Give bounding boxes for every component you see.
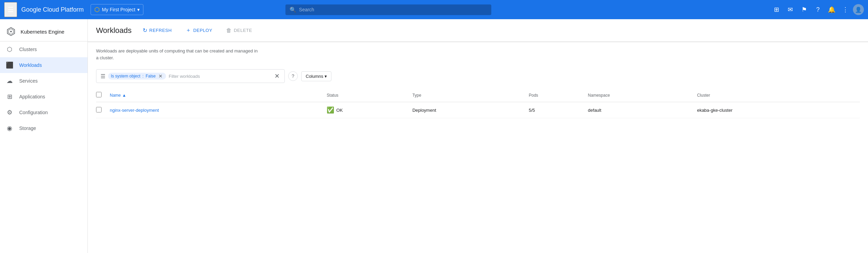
deploy-button[interactable]: ＋ DEPLOY xyxy=(183,25,215,36)
sidebar-item-clusters[interactable]: ⬡ Clusters xyxy=(0,41,87,57)
delete-label: DELETE xyxy=(234,28,252,33)
page-title: Workloads xyxy=(96,26,132,35)
select-all-header xyxy=(96,88,110,102)
chip-separator: : xyxy=(142,74,143,79)
kubernetes-engine-icon xyxy=(5,26,16,37)
namespace-column-header: Namespace xyxy=(588,88,697,102)
status-text: OK xyxy=(336,108,343,113)
filter-chip: Is system object : False ✕ xyxy=(108,73,166,80)
search-input[interactable] xyxy=(299,7,487,12)
sidebar-item-workloads[interactable]: ⬛ Workloads xyxy=(0,57,87,73)
columns-button[interactable]: Columns ▾ xyxy=(301,71,331,81)
sidebar-item-applications[interactable]: ⊞ Applications xyxy=(0,89,87,105)
row-namespace: default xyxy=(588,102,697,118)
services-icon: ☁ xyxy=(5,77,14,85)
page-header: Workloads ↻ REFRESH ＋ DEPLOY 🗑 DELETE xyxy=(88,19,868,42)
row-checkbox-cell xyxy=(96,102,110,118)
user-avatar[interactable]: 👤 xyxy=(853,4,864,15)
columns-label: Columns xyxy=(306,74,323,79)
configuration-icon: ⚙ xyxy=(5,109,14,116)
deploy-icon: ＋ xyxy=(186,27,191,34)
sidebar-title: Kubernetes Engine xyxy=(21,29,64,35)
row-pods: 5/5 xyxy=(529,102,588,118)
sidebar-item-configuration[interactable]: ⚙ Configuration xyxy=(0,105,87,120)
select-all-checkbox[interactable] xyxy=(96,92,102,97)
storage-icon: ◉ xyxy=(5,124,14,132)
project-name: My First Project xyxy=(102,7,135,12)
delete-icon: 🗑 xyxy=(226,27,232,34)
project-icon: ⬡ xyxy=(94,6,100,13)
chip-close-button[interactable]: ✕ xyxy=(158,73,163,79)
columns-dropdown-icon: ▾ xyxy=(325,74,327,79)
name-column-header: Name ▲ xyxy=(110,88,327,102)
clusters-icon: ⬡ xyxy=(5,46,14,53)
refresh-button[interactable]: ↻ REFRESH xyxy=(140,25,175,36)
sidebar-header: Kubernetes Engine xyxy=(0,22,87,41)
row-cluster: ekaba-gke-cluster xyxy=(697,102,860,118)
status-column-header: Status xyxy=(327,88,412,102)
sidebar-item-services[interactable]: ☁ Services xyxy=(0,73,87,89)
more-icon-btn[interactable]: ⋮ xyxy=(839,3,852,16)
pods-column-header: Pods xyxy=(529,88,588,102)
clear-filter-button[interactable]: ✕ xyxy=(274,72,280,81)
search-bar: 🔍 xyxy=(285,4,491,15)
alert-icon-btn[interactable]: ⚑ xyxy=(798,3,810,16)
svg-point-2 xyxy=(10,31,12,33)
app-layout: Kubernetes Engine ⬡ Clusters ⬛ Workloads… xyxy=(0,19,868,253)
refresh-icon: ↻ xyxy=(143,27,148,34)
sidebar-item-storage[interactable]: ◉ Storage xyxy=(0,120,87,136)
filter-icon: ☰ xyxy=(101,73,105,80)
hamburger-menu[interactable]: ☰ xyxy=(4,2,17,17)
filter-help-button[interactable]: ? xyxy=(288,71,298,81)
brand-name: Google Cloud Platform xyxy=(21,6,84,13)
deploy-label: DEPLOY xyxy=(193,28,212,33)
workloads-icon: ⬛ xyxy=(5,61,14,69)
bell-icon-btn[interactable]: 🔔 xyxy=(825,3,838,16)
workloads-table: Name ▲ Status Type Pods Namespace Cluste… xyxy=(96,88,860,118)
grid-icon-btn[interactable]: ⊞ xyxy=(771,3,783,16)
sidebar-item-label: Clusters xyxy=(19,47,37,52)
status-ok-icon: ✅ xyxy=(327,106,334,114)
cluster-column-header: Cluster xyxy=(697,88,860,102)
applications-icon: ⊞ xyxy=(5,93,14,100)
main-content: Workloads ↻ REFRESH ＋ DEPLOY 🗑 DELETE Wo… xyxy=(88,19,868,253)
workloads-table-container: Name ▲ Status Type Pods Namespace Cluste… xyxy=(88,88,868,118)
chip-label: Is system object xyxy=(111,74,140,79)
filter-input[interactable] xyxy=(169,74,271,79)
top-nav-icons: ⊞ ✉ ⚑ ? 🔔 ⋮ 👤 xyxy=(771,3,864,16)
help-icon-btn[interactable]: ? xyxy=(812,3,824,16)
filter-section: ☰ Is system object : False ✕ ✕ ? Columns… xyxy=(88,67,868,88)
page-description: Workloads are deployable units of comput… xyxy=(88,42,868,67)
sidebar-item-label: Applications xyxy=(19,94,45,99)
row-select-checkbox[interactable] xyxy=(96,107,102,112)
delete-button[interactable]: 🗑 DELETE xyxy=(223,25,255,36)
filter-bar: ☰ Is system object : False ✕ ✕ xyxy=(96,69,285,83)
project-selector[interactable]: ⬡ My First Project ▾ xyxy=(91,4,143,15)
help-icon: ? xyxy=(292,73,294,79)
search-icon: 🔍 xyxy=(290,7,296,13)
table-row: nginx-server-deployment ✅ OK Deployment … xyxy=(96,102,860,118)
row-status: ✅ OK xyxy=(327,102,412,118)
top-navigation: ☰ Google Cloud Platform ⬡ My First Proje… xyxy=(0,0,868,19)
sidebar-item-label: Workloads xyxy=(19,62,42,68)
sort-asc-icon: ▲ xyxy=(122,93,126,98)
name-sort-button[interactable]: Name ▲ xyxy=(110,93,321,98)
sidebar-item-label: Configuration xyxy=(19,110,48,115)
chip-value: False xyxy=(145,74,155,79)
row-type: Deployment xyxy=(412,102,529,118)
project-dropdown-icon: ▾ xyxy=(137,7,140,12)
sidebar-item-label: Services xyxy=(19,78,38,84)
email-icon-btn[interactable]: ✉ xyxy=(784,3,797,16)
row-name[interactable]: nginx-server-deployment xyxy=(110,102,327,118)
sidebar-item-label: Storage xyxy=(19,125,36,131)
sidebar: Kubernetes Engine ⬡ Clusters ⬛ Workloads… xyxy=(0,19,88,253)
type-column-header: Type xyxy=(412,88,529,102)
refresh-label: REFRESH xyxy=(149,28,172,33)
